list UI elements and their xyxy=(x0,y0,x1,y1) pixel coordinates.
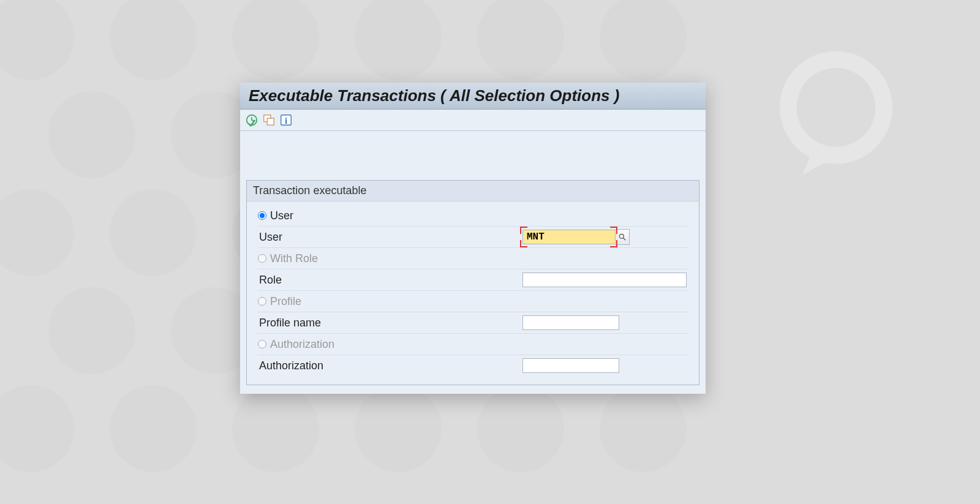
radio-row-profile: Profile xyxy=(258,291,688,312)
selection-body: Transaction executable User User xyxy=(240,131,706,394)
radio-row-user: User xyxy=(258,205,688,227)
role-input[interactable] xyxy=(522,273,687,287)
radio-profile-label: Profile xyxy=(270,295,301,308)
window-titlebar: Executable Transactions ( All Selection … xyxy=(240,83,706,110)
user-field-label: User xyxy=(258,231,522,244)
radio-with-role[interactable] xyxy=(258,254,266,263)
window-title: Executable Transactions ( All Selection … xyxy=(249,86,619,105)
get-variant-icon xyxy=(262,113,276,127)
sap-selection-screen: Executable Transactions ( All Selection … xyxy=(240,83,706,394)
radio-authorization[interactable] xyxy=(258,340,266,348)
application-toolbar: i xyxy=(240,110,706,131)
required-indicator xyxy=(610,240,617,247)
role-field-label: Role xyxy=(258,274,522,287)
field-row-profile: Profile name xyxy=(258,312,688,334)
user-input[interactable] xyxy=(522,230,616,244)
radio-user-label: User xyxy=(270,209,293,222)
required-indicator xyxy=(610,227,617,234)
profile-name-input[interactable] xyxy=(522,315,619,330)
required-indicator xyxy=(520,227,527,234)
field-row-user: User xyxy=(258,227,688,248)
radio-with-role-label: With Role xyxy=(270,252,318,265)
radio-user[interactable] xyxy=(258,211,266,220)
required-indicator xyxy=(520,240,527,247)
user-search-help-button[interactable] xyxy=(616,229,630,245)
field-row-role: Role xyxy=(258,269,688,291)
radio-row-with-role: With Role xyxy=(258,248,688,269)
radio-profile[interactable] xyxy=(258,297,266,306)
profile-field-label: Profile name xyxy=(258,317,522,329)
svg-text:i: i xyxy=(285,116,287,126)
info-button[interactable]: i xyxy=(279,113,293,127)
svg-rect-2 xyxy=(267,118,274,125)
radio-authorization-label: Authorization xyxy=(270,338,334,351)
field-row-authorization: Authorization xyxy=(258,355,688,376)
execute-button[interactable] xyxy=(245,113,258,127)
transaction-executable-group: Transaction executable User User xyxy=(246,180,699,385)
authorization-field-label: Authorization xyxy=(258,359,522,372)
search-help-icon xyxy=(618,233,627,241)
speech-bubble-icon xyxy=(766,40,907,181)
get-variant-button[interactable] xyxy=(262,113,276,127)
radio-row-authorization: Authorization xyxy=(258,334,688,355)
svg-point-5 xyxy=(619,234,624,238)
info-icon: i xyxy=(279,113,293,127)
authorization-input[interactable] xyxy=(522,358,619,373)
group-title: Transaction executable xyxy=(247,181,699,201)
execute-clock-icon xyxy=(245,113,258,127)
svg-line-6 xyxy=(624,238,626,241)
